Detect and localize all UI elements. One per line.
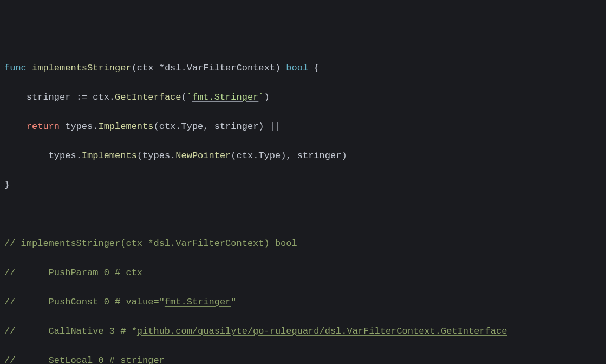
keyword-func: func <box>4 63 27 73</box>
type-prop: Type <box>181 121 204 132</box>
backtick: ` <box>258 92 264 102</box>
type-prop: Type <box>258 151 281 161</box>
brace-close: } <box>4 180 10 190</box>
code-line-1: func implementsStringer(ctx *dsl.VarFilt… <box>4 61 602 75</box>
param-name: ctx <box>137 63 154 73</box>
paren-close: ) <box>275 63 281 73</box>
decl-operator: := <box>76 92 87 102</box>
get-interface-method: GetInterface <box>115 92 181 102</box>
param-type-pkg: dsl <box>165 63 181 73</box>
comment-text: // PushConst 0 # value=" <box>4 297 165 307</box>
comment-line-4: // CallNative 3 # *github.com/quasilyte/… <box>4 324 602 339</box>
ctx-ident: ctx <box>237 151 253 161</box>
code-line-4: types.Implements(types.NewPointer(ctx.Ty… <box>4 148 602 163</box>
comment-line-5: // SetLocal 0 # stringer <box>4 353 602 364</box>
implements-fn: Implements <box>82 151 137 161</box>
comment-line-1: // implementsStringer(ctx *dsl.VarFilter… <box>4 236 602 251</box>
comma: , <box>286 151 291 161</box>
dot: . <box>175 121 181 132</box>
return-type: bool <box>286 63 308 73</box>
keyword-return: return <box>27 121 60 132</box>
fmt-stringer-literal[interactable]: fmt.Stringer <box>192 92 258 102</box>
star: * <box>159 63 165 73</box>
ctx-ident: ctx <box>159 121 176 132</box>
new-pointer-fn: NewPointer <box>175 151 231 161</box>
stringer-arg: stringer <box>297 151 342 161</box>
dot: . <box>109 92 115 102</box>
comment-text: // PushParam 0 # ctx <box>4 268 142 278</box>
brace-open: { <box>314 63 319 73</box>
paren-close: ) <box>281 151 286 161</box>
types-pkg: types <box>65 121 93 132</box>
ctx-ident: ctx <box>93 92 109 102</box>
paren-open: ( <box>153 121 159 132</box>
paren-close: ) <box>258 121 264 132</box>
types-pkg: types <box>142 151 170 161</box>
code-line-2: stringer := ctx.GetInterface(`fmt.String… <box>4 90 602 105</box>
or-operator: || <box>270 121 281 132</box>
comment-line-2: // PushParam 0 # ctx <box>4 265 602 280</box>
comment-link[interactable]: github.com/quasilyte/go-ruleguard/dsl.Va… <box>137 326 507 336</box>
var-stringer: stringer <box>27 92 71 102</box>
dot: . <box>253 151 258 161</box>
comment-text: // SetLocal 0 # stringer <box>4 355 165 364</box>
dot: . <box>170 151 175 161</box>
implements-fn: Implements <box>98 121 153 132</box>
code-line-3: return types.Implements(ctx.Type, string… <box>4 119 602 134</box>
comment-text: // CallNative 3 # * <box>4 326 137 336</box>
backtick: ` <box>187 92 192 102</box>
paren-open: ( <box>231 151 236 161</box>
code-line-5: } <box>4 178 602 192</box>
paren-open: ( <box>137 151 142 161</box>
comment-line-3: // PushConst 0 # value="fmt.Stringer" <box>4 295 602 309</box>
types-pkg: types <box>49 151 76 161</box>
comment-link[interactable]: dsl.VarFilterContext <box>153 238 264 249</box>
comment-text: ) bool <box>264 238 297 249</box>
comment-text: " <box>231 297 236 307</box>
blank-line <box>4 207 602 222</box>
dot: . <box>93 121 98 132</box>
comment-text: // implementsStringer(ctx * <box>4 238 153 249</box>
paren-close: ) <box>341 151 347 161</box>
param-type-name: VarFilterContext <box>187 63 275 73</box>
paren-close: ) <box>264 92 270 102</box>
function-name: implementsStringer <box>32 63 132 73</box>
stringer-arg: stringer <box>214 121 259 132</box>
paren-open: ( <box>181 92 186 102</box>
comma: , <box>203 121 208 132</box>
dot: . <box>76 151 82 161</box>
comment-link[interactable]: fmt.Stringer <box>165 297 231 307</box>
paren-open: ( <box>132 63 137 73</box>
dot: . <box>181 63 186 73</box>
